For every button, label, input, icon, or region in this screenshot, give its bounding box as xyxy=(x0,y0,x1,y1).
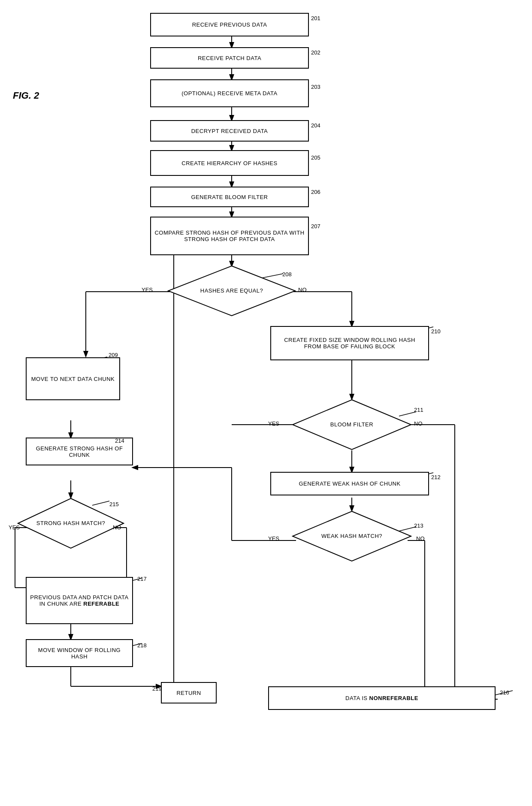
ref-210: 210 xyxy=(431,328,441,335)
d215-no-label: NO xyxy=(113,524,121,531)
ref-206: 206 xyxy=(311,189,320,195)
ref-212: 212 xyxy=(431,474,441,480)
d208-yes-label: YES xyxy=(142,287,153,293)
box-202: RECEIVE PATCH DATA xyxy=(150,47,309,69)
box-203: (OPTIONAL) RECEIVE META DATA xyxy=(150,79,309,107)
ref-211: 211 xyxy=(414,407,423,413)
d213-yes-label: YES xyxy=(268,535,279,542)
ref-201: 201 xyxy=(311,15,320,21)
box-207: COMPARE STRONG HASH OF PREVIOUS DATA WIT… xyxy=(150,217,309,255)
ref-213: 213 xyxy=(414,522,423,529)
box-209: MOVE TO NEXT DATA CHUNK xyxy=(26,357,120,400)
diamond-213-label: WEAK HASH MATCH? xyxy=(310,533,394,540)
box-219: RETURN xyxy=(161,682,217,703)
ref-215: 215 xyxy=(109,501,119,507)
diamond-215-label: STRONG HASH MATCH? xyxy=(33,520,109,527)
d211-no-label: NO xyxy=(414,420,423,427)
ref-214: 214 xyxy=(115,438,124,444)
box-218: MOVE WINDOW OF ROLLING HASH xyxy=(26,639,133,667)
d211-yes-label: YES xyxy=(268,420,279,427)
diagram-container: FIG. 2 xyxy=(0,0,532,806)
box-201: RECEIVE PREVIOUS DATA xyxy=(150,13,309,36)
box-217: PREVIOUS DATA AND PATCH DATA IN CHUNK AR… xyxy=(26,577,133,624)
ref-219: 219 xyxy=(152,685,162,692)
diamond-211-label: BLOOM FILTER xyxy=(310,421,394,429)
ref-202: 202 xyxy=(311,49,320,56)
d208-no-label: NO xyxy=(298,287,307,293)
d213-no-label: NO xyxy=(416,535,425,542)
d215-yes-label: YES xyxy=(9,524,20,531)
diamond-213: WEAK HASH MATCH? xyxy=(292,510,412,562)
ref-203: 203 xyxy=(311,84,320,90)
diamond-215: STRONG HASH MATCH? xyxy=(17,498,124,549)
box-216: DATA IS NONREFERABLE xyxy=(268,686,496,710)
fig-label: FIG. 2 xyxy=(13,90,39,101)
ref-207: 207 xyxy=(311,223,320,229)
diamond-211: BLOOM FILTER xyxy=(292,399,412,450)
ref-209: 209 xyxy=(109,352,118,358)
box-205: CREATE HIERARCHY OF HASHES xyxy=(150,150,309,176)
ref-208: 208 xyxy=(282,271,292,278)
diamond-208-label: HASHES ARE EQUAL? xyxy=(187,287,277,295)
ref-216: 216 xyxy=(500,689,509,696)
ref-204: 204 xyxy=(311,122,320,129)
box-204: DECRYPT RECEIVED DATA xyxy=(150,120,309,142)
ref-217: 217 xyxy=(137,576,147,582)
diamond-208: HASHES ARE EQUAL? xyxy=(167,265,296,317)
ref-218: 218 xyxy=(137,642,147,649)
box-206: GENERATE BLOOM FILTER xyxy=(150,187,309,207)
box-212: GENERATE WEAK HASH OF CHUNK xyxy=(270,472,429,495)
box-210: CREATE FIXED SIZE WINDOW ROLLING HASH FR… xyxy=(270,326,429,360)
ref-205: 205 xyxy=(311,154,320,161)
